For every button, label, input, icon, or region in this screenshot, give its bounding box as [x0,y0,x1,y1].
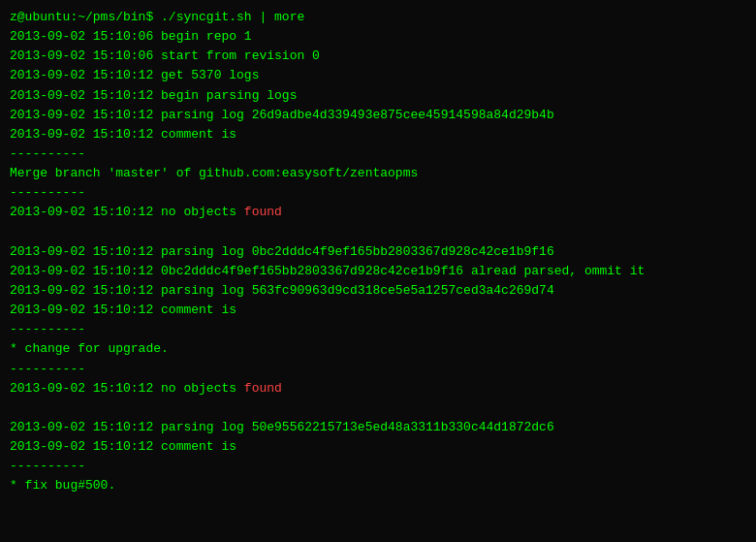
terminal-line: 2013-09-02 15:10:12 parsing log 50e95562… [10,418,746,437]
terminal-line: 2013-09-02 15:10:12 parsing log 26d9adbe… [10,106,746,125]
terminal-line: 2013-09-02 15:10:12 comment is [10,301,746,320]
terminal-line: ---------- [10,457,746,476]
terminal-line: 2013-09-02 15:10:06 begin repo 1 [10,27,746,47]
terminal-line: 2013-09-02 15:10:12 no objects found [10,379,746,399]
terminal-line: Merge branch 'master' of github.com:easy… [10,164,746,183]
terminal-line: 2013-09-02 15:10:12 get 5370 logs [10,66,746,85]
terminal-line: ---------- [10,144,746,164]
terminal-line: 2013-09-02 15:10:12 0bc2dddc4f9ef165bb28… [10,262,746,281]
line-text-before: 2013-09-02 15:10:12 no objects [10,205,244,219]
terminal-line: z@ubuntu:~/pms/bin$ ./syncgit.sh | more [10,8,746,27]
terminal-line: 2013-09-02 15:10:12 parsing log 0bc2dddc… [10,242,746,262]
found-text: found [244,205,282,219]
terminal-empty-line [10,223,746,242]
terminal-line: 2013-09-02 15:10:12 no objects found [10,203,746,222]
terminal-line: 2013-09-02 15:10:12 comment is [10,437,746,457]
terminal-line: 2013-09-02 15:10:06 start from revision … [10,47,746,66]
terminal-line: 2013-09-02 15:10:12 comment is [10,125,746,144]
terminal-line: ---------- [10,360,746,379]
terminal-line: 2013-09-02 15:10:12 begin parsing logs [10,86,746,106]
terminal-line: ---------- [10,183,746,203]
terminal-window: z@ubuntu:~/pms/bin$ ./syncgit.sh | more2… [10,8,746,496]
terminal-line: * change for upgrade. [10,339,746,359]
terminal-line: * fix bug#500. [10,476,746,495]
terminal-line: ---------- [10,320,746,339]
found-text: found [244,381,282,396]
terminal-empty-line [10,399,746,418]
line-text-before: 2013-09-02 15:10:12 no objects [10,381,244,396]
terminal-line: 2013-09-02 15:10:12 parsing log 563fc909… [10,281,746,301]
